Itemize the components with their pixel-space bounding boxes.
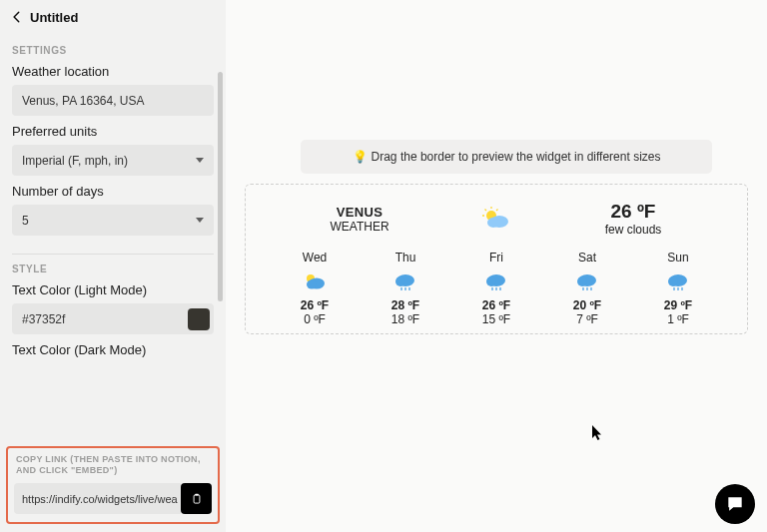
back-button[interactable] xyxy=(8,8,26,26)
widget-current-icon-wrap xyxy=(436,207,556,231)
widget-current-desc: few clouds xyxy=(573,223,693,237)
forecast-day-name: Sat xyxy=(550,251,624,265)
settings-section-head: SETTINGS xyxy=(12,45,214,56)
color-swatch[interactable] xyxy=(188,308,210,330)
forecast-day-lo: 0 ºF xyxy=(278,312,352,326)
copy-link-input[interactable]: https://indify.co/widgets/live/wea xyxy=(14,483,181,514)
cloud-rain-icon xyxy=(459,270,533,292)
widget-summary: 26 ºF few clouds xyxy=(573,201,693,237)
svg-rect-0 xyxy=(194,494,200,502)
weather-location-input[interactable]: Venus, PA 16364, USA xyxy=(12,85,214,116)
cloud-rain-icon xyxy=(641,270,715,292)
divider xyxy=(12,254,214,255)
text-color-dark-label: Text Color (Dark Mode) xyxy=(12,342,214,357)
scrollbar[interactable] xyxy=(218,72,223,301)
chevron-down-icon xyxy=(196,218,204,223)
number-of-days-label: Number of days xyxy=(12,184,214,199)
forecast-day: Sat 20 ºF 7 ºF xyxy=(550,251,624,326)
forecast-day-lo: 1 ºF xyxy=(641,312,715,326)
sun-cloud-icon xyxy=(481,207,511,231)
widget-preview-frame[interactable]: VENUS WEATHER 26 ºF xyxy=(245,184,748,334)
widget-days-row: Wed 26 ºF 0 ºF Thu xyxy=(270,251,723,326)
forecast-day-hi: 20 ºF xyxy=(550,298,624,312)
sidebar-header: Untitled xyxy=(0,0,226,32)
preferred-units-value: Imperial (F, mph, in) xyxy=(22,154,128,168)
widget-current-temp: 26 ºF xyxy=(573,201,693,223)
svg-point-18 xyxy=(486,276,496,286)
sun-cloud-icon xyxy=(278,270,352,292)
svg-point-23 xyxy=(577,276,587,286)
copy-link-button[interactable] xyxy=(181,483,212,514)
preferred-units-label: Preferred units xyxy=(12,124,214,139)
number-of-days-select[interactable]: 5 xyxy=(12,205,214,236)
chat-icon xyxy=(725,494,745,514)
number-of-days-value: 5 xyxy=(22,214,29,228)
forecast-day-name: Thu xyxy=(369,251,442,265)
svg-point-13 xyxy=(395,276,405,286)
clipboard-icon xyxy=(190,492,204,506)
svg-line-5 xyxy=(485,210,487,212)
forecast-day-lo: 7 ºF xyxy=(550,312,624,326)
svg-line-6 xyxy=(496,210,498,212)
svg-rect-1 xyxy=(195,493,199,495)
forecast-day: Sun 29 ºF 1 ºF xyxy=(641,251,715,326)
page-title: Untitled xyxy=(30,10,78,25)
widget-location-sub: WEATHER xyxy=(300,220,419,234)
forecast-day: Fri 26 ºF 15 ºF xyxy=(459,251,533,326)
text-color-light-label: Text Color (Light Mode) xyxy=(12,282,214,297)
forecast-day-hi: 26 ºF xyxy=(278,298,352,312)
preview-area: 💡 Drag the border to preview the widget … xyxy=(226,0,767,532)
cursor-icon xyxy=(592,425,604,445)
style-section-head: STYLE xyxy=(12,264,214,274)
copy-link-url: https://indify.co/widgets/live/wea xyxy=(22,493,178,505)
preferred-units-select[interactable]: Imperial (F, mph, in) xyxy=(12,145,214,176)
bulb-icon: 💡 xyxy=(353,150,368,164)
preview-hint: 💡 Drag the border to preview the widget … xyxy=(301,140,712,174)
forecast-day-hi: 28 ºF xyxy=(369,298,442,312)
text-color-light-value: #37352f xyxy=(22,312,65,326)
chevron-down-icon xyxy=(196,158,204,163)
forecast-day: Thu 28 ºF 18 ºF xyxy=(369,251,442,326)
sidebar: Untitled SETTINGS Weather location Venus… xyxy=(0,0,226,532)
cloud-rain-icon xyxy=(369,270,442,292)
text-color-light-field[interactable]: #37352f xyxy=(12,303,214,334)
forecast-day: Wed 26 ºF 0 ºF xyxy=(278,251,352,326)
forecast-day-hi: 29 ºF xyxy=(641,298,715,312)
weather-location-value: Venus, PA 16364, USA xyxy=(22,94,145,108)
forecast-day-lo: 15 ºF xyxy=(459,312,533,326)
widget-location: VENUS xyxy=(300,205,419,220)
forecast-day-lo: 18 ºF xyxy=(369,312,442,326)
preview-hint-text: Drag the border to preview the widget in… xyxy=(372,150,661,164)
forecast-day-name: Sun xyxy=(641,251,715,265)
widget-location-block: VENUS WEATHER xyxy=(300,205,419,234)
forecast-day-hi: 26 ºF xyxy=(459,298,533,312)
svg-point-8 xyxy=(487,218,499,228)
forecast-day-name: Fri xyxy=(459,251,533,265)
copy-link-section: COPY LINK (THEN PASTE INTO NOTION, AND C… xyxy=(6,446,220,524)
chevron-left-icon xyxy=(10,10,24,24)
weather-location-label: Weather location xyxy=(12,64,214,79)
chat-button[interactable] xyxy=(715,484,755,524)
svg-point-11 xyxy=(307,280,317,289)
copy-link-label: COPY LINK (THEN PASTE INTO NOTION, AND C… xyxy=(14,454,212,477)
forecast-day-name: Wed xyxy=(278,251,352,265)
cloud-rain-icon xyxy=(550,270,624,292)
svg-point-28 xyxy=(668,276,678,286)
